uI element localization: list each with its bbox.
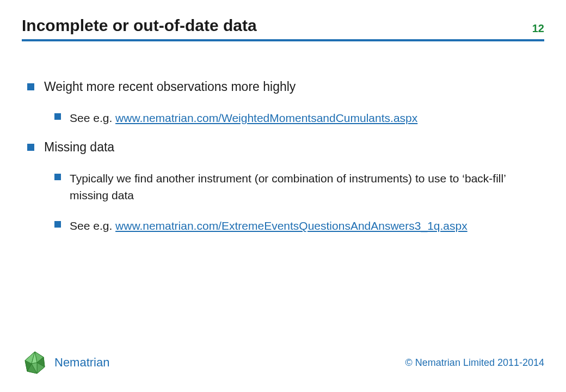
bullet-text: Typically we find another instrument (or… bbox=[70, 170, 544, 204]
bullet-prefix: See e.g. bbox=[70, 112, 115, 124]
slide-header: Incomplete or out-of-date data 12 bbox=[22, 16, 544, 41]
bullet-item: See e.g. www.nematrian.com/WeightedMomen… bbox=[54, 109, 544, 127]
slide-container: Incomplete or out-of-date data 12 Weight… bbox=[0, 0, 566, 392]
nematrian-logo-icon bbox=[22, 350, 48, 376]
slide-title: Incomplete or out-of-date data bbox=[22, 16, 257, 35]
page-number: 12 bbox=[532, 22, 544, 35]
bullet-text: See e.g. www.nematrian.com/WeightedMomen… bbox=[70, 109, 544, 127]
bullet-prefix: See e.g. bbox=[70, 219, 115, 232]
bullet-item: Missing data bbox=[27, 140, 544, 155]
link-weighted-moments[interactable]: www.nematrian.com/WeightedMomentsandCumu… bbox=[115, 112, 417, 124]
copyright-text: © Nematrian Limited 2011-2014 bbox=[405, 357, 544, 369]
bullet-text: Weight more recent observations more hig… bbox=[44, 79, 544, 94]
slide-content: Weight more recent observations more hig… bbox=[22, 41, 544, 350]
bullet-item: Typically we find another instrument (or… bbox=[54, 170, 544, 204]
link-extreme-events[interactable]: www.nematrian.com/ExtremeEventsQuestions… bbox=[115, 219, 467, 232]
bullet-square-icon bbox=[27, 83, 34, 90]
bullet-text: Missing data bbox=[44, 140, 544, 155]
bullet-square-icon bbox=[54, 221, 61, 228]
bullet-item: Weight more recent observations more hig… bbox=[27, 79, 544, 94]
bullet-square-icon bbox=[54, 113, 61, 120]
bullet-square-icon bbox=[27, 144, 34, 151]
bullet-item: See e.g. www.nematrian.com/ExtremeEvents… bbox=[54, 217, 544, 235]
footer-left: Nematrian bbox=[22, 350, 109, 376]
bullet-square-icon bbox=[54, 174, 61, 180]
company-name: Nematrian bbox=[54, 356, 109, 370]
slide-footer: Nematrian © Nematrian Limited 2011-2014 bbox=[22, 350, 544, 381]
bullet-text: See e.g. www.nematrian.com/ExtremeEvents… bbox=[70, 217, 544, 235]
